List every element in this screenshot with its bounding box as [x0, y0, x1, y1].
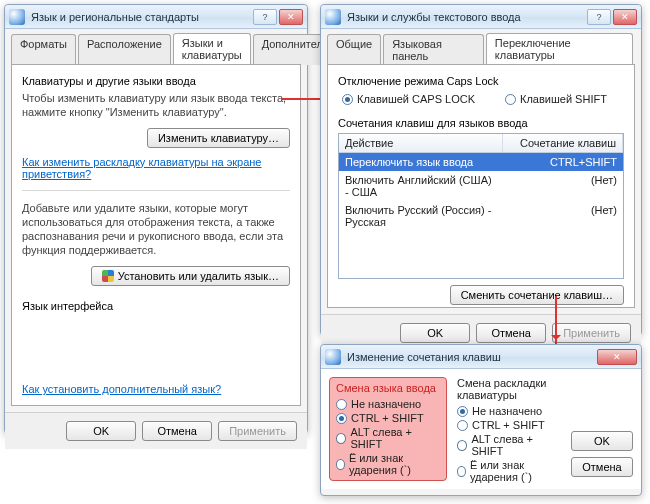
- radio-icon: [505, 94, 516, 105]
- opt-ctrl-shift[interactable]: CTRL + SHIFT: [457, 419, 561, 431]
- ok-button[interactable]: OK: [571, 431, 633, 451]
- opt-alt-shift[interactable]: ALT слева + SHIFT: [336, 426, 440, 450]
- capslock-option-caps[interactable]: Клавишей CAPS LOCK: [342, 93, 475, 105]
- radio-icon: [457, 440, 467, 451]
- cell-action: Включить Русский (Россия) - Русская: [339, 203, 503, 229]
- region-language-window: Язык и региональные стандарты ? ✕ Формат…: [4, 4, 308, 434]
- kb-section-desc: Чтобы изменить клавиатуру или язык ввода…: [22, 91, 290, 120]
- keyboard-icon: [325, 9, 341, 25]
- display-lang-desc: Добавьте или удалите языки, которые могу…: [22, 201, 290, 258]
- help-button[interactable]: ?: [587, 9, 611, 25]
- radio-icon: [336, 433, 346, 444]
- cancel-button[interactable]: Отмена: [142, 421, 212, 441]
- radio-label: CTRL + SHIFT: [351, 412, 424, 424]
- list-row[interactable]: Включить Английский (США) - США (Нет): [339, 171, 623, 201]
- radio-icon: [457, 406, 468, 417]
- radio-icon: [336, 459, 345, 470]
- window-title: Язык и региональные стандарты: [31, 11, 253, 23]
- cell-action: Переключить язык ввода: [339, 155, 503, 169]
- change-hotkey-window: Изменение сочетания клавиш ✕ Смена языка…: [320, 344, 642, 496]
- radio-label: CTRL + SHIFT: [472, 419, 545, 431]
- apply-button[interactable]: Применить: [552, 323, 631, 343]
- window-title: Языки и службы текстового ввода: [347, 11, 587, 23]
- tabstrip: Общие Языковая панель Переключение клави…: [321, 29, 641, 64]
- keyboard-icon: [325, 349, 341, 365]
- radio-icon: [342, 94, 353, 105]
- tab-keyboards[interactable]: Языки и клавиатуры: [173, 33, 251, 64]
- tab-body: Клавиатуры и другие языки ввода Чтобы из…: [11, 64, 301, 406]
- titlebar[interactable]: Языки и службы текстового ввода ? ✕: [321, 5, 641, 29]
- group-header: Смена раскладки клавиатуры: [457, 377, 561, 401]
- radio-label: ALT слева + SHIFT: [350, 426, 440, 450]
- capslock-group: Отключение режима Caps Lock: [338, 75, 624, 87]
- opt-alt-shift[interactable]: ALT слева + SHIFT: [457, 433, 561, 457]
- cancel-button[interactable]: Отмена: [571, 457, 633, 477]
- list-row[interactable]: Переключить язык ввода CTRL+SHIFT: [339, 153, 623, 171]
- change-hotkey-button[interactable]: Сменить сочетание клавиш…: [450, 285, 624, 305]
- radio-icon: [336, 413, 347, 424]
- shield-icon: [102, 270, 114, 282]
- opt-none[interactable]: Не назначено: [336, 398, 440, 410]
- radio-icon: [457, 420, 468, 431]
- dialog-footer: OK Отмена Применить: [5, 412, 307, 449]
- radio-icon: [457, 466, 466, 477]
- opt-none[interactable]: Не назначено: [457, 405, 561, 417]
- list-row[interactable]: Включить Русский (Россия) - Русская (Нет…: [339, 201, 623, 231]
- opt-grave[interactable]: Ё или знак ударения (`): [336, 452, 440, 476]
- group-header: Смена языка ввода: [336, 382, 440, 394]
- input-language-group: Смена языка ввода Не назначено CTRL + SH…: [329, 377, 447, 481]
- titlebar[interactable]: Изменение сочетания клавиш ✕: [321, 345, 641, 369]
- radio-label: Клавишей CAPS LOCK: [357, 93, 475, 105]
- tabstrip: Форматы Расположение Языки и клавиатуры …: [5, 29, 307, 64]
- opt-grave[interactable]: Ё или знак ударения (`): [457, 459, 561, 483]
- opt-ctrl-shift[interactable]: CTRL + SHIFT: [336, 412, 440, 424]
- cell-combo: (Нет): [503, 173, 623, 199]
- radio-label: Клавишей SHIFT: [520, 93, 607, 105]
- tab-langbar[interactable]: Языковая панель: [383, 34, 484, 65]
- install-language-button[interactable]: Установить или удалить язык…: [91, 266, 290, 286]
- ok-button[interactable]: OK: [400, 323, 470, 343]
- radio-label: ALT слева + SHIFT: [471, 433, 561, 457]
- button-column: OK Отмена: [571, 377, 633, 481]
- ok-button[interactable]: OK: [66, 421, 136, 441]
- ui-lang-title: Язык интерфейса: [22, 300, 290, 312]
- radio-icon: [336, 399, 347, 410]
- close-button[interactable]: ✕: [279, 9, 303, 25]
- close-button[interactable]: ✕: [597, 349, 637, 365]
- capslock-option-shift[interactable]: Клавишей SHIFT: [505, 93, 607, 105]
- titlebar[interactable]: Язык и региональные стандарты ? ✕: [5, 5, 307, 29]
- separator: [22, 190, 290, 191]
- cell-combo: CTRL+SHIFT: [503, 155, 623, 169]
- apply-button[interactable]: Применить: [218, 421, 297, 441]
- radio-label: Не назначено: [351, 398, 421, 410]
- tab-switch[interactable]: Переключение клавиатуры: [486, 33, 633, 64]
- globe-icon: [9, 9, 25, 25]
- cancel-button[interactable]: Отмена: [476, 323, 546, 343]
- tab-formats[interactable]: Форматы: [11, 34, 76, 65]
- layout-group: Смена раскладки клавиатуры Не назначено …: [457, 377, 561, 481]
- change-keyboard-button[interactable]: Изменить клавиатуру…: [147, 128, 290, 148]
- help-button[interactable]: ?: [253, 9, 277, 25]
- radio-label: Не назначено: [472, 405, 542, 417]
- window-title: Изменение сочетания клавиш: [347, 351, 597, 363]
- list-header: Действие Сочетание клавиш: [339, 134, 623, 153]
- tab-body: Отключение режима Caps Lock Клавишей CAP…: [327, 64, 635, 308]
- hotkey-list[interactable]: Действие Сочетание клавиш Переключить яз…: [338, 133, 624, 279]
- radio-label: Ё или знак ударения (`): [470, 459, 561, 483]
- extra-lang-link[interactable]: Как установить дополнительный язык?: [22, 383, 221, 395]
- kb-section-title: Клавиатуры и другие языки ввода: [22, 75, 290, 87]
- cell-action: Включить Английский (США) - США: [339, 173, 503, 199]
- install-language-label: Установить или удалить язык…: [118, 270, 279, 282]
- tab-general[interactable]: Общие: [327, 34, 381, 65]
- radio-label: Ё или знак ударения (`): [349, 452, 440, 476]
- arrow-down-1: [555, 296, 557, 344]
- hotkey-group: Сочетания клавиш для языков ввода: [338, 117, 624, 129]
- tab-location[interactable]: Расположение: [78, 34, 171, 65]
- text-services-window: Языки и службы текстового ввода ? ✕ Общи…: [320, 4, 642, 336]
- welcome-layout-link[interactable]: Как изменить раскладку клавиатуры на экр…: [22, 156, 261, 180]
- col-action: Действие: [339, 134, 503, 152]
- cell-combo: (Нет): [503, 203, 623, 229]
- col-combo: Сочетание клавиш: [503, 134, 623, 152]
- close-button[interactable]: ✕: [613, 9, 637, 25]
